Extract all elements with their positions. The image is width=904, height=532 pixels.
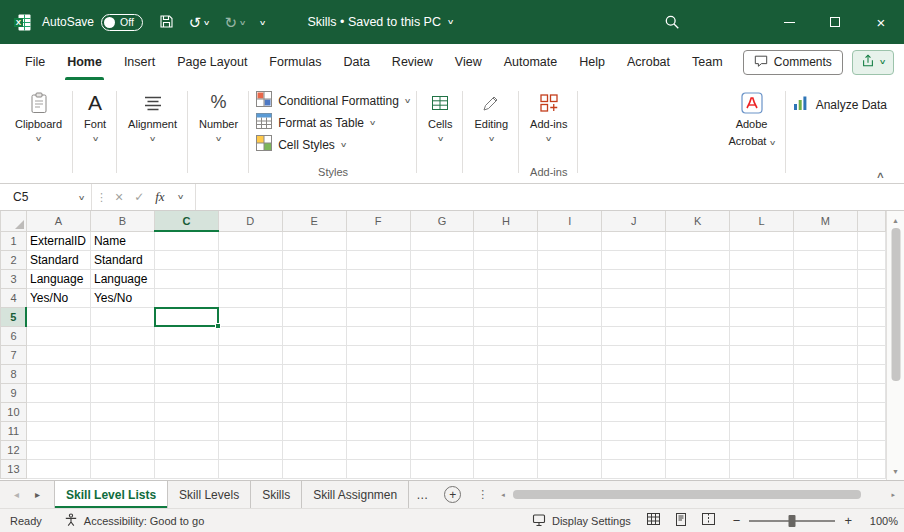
cell-E13[interactable] bbox=[282, 459, 346, 478]
zoom-slider-thumb[interactable] bbox=[789, 515, 796, 527]
cell-M2[interactable] bbox=[794, 250, 858, 269]
cell-E11[interactable] bbox=[282, 421, 346, 440]
column-header-M[interactable]: M bbox=[794, 211, 858, 231]
customize-toolbar-button[interactable]: ∨ bbox=[260, 19, 265, 26]
cell-A2[interactable]: Standard bbox=[26, 250, 90, 269]
column-header-I[interactable]: I bbox=[538, 211, 602, 231]
cell-J8[interactable] bbox=[602, 364, 666, 383]
cell-C10[interactable] bbox=[154, 402, 218, 421]
cell-H5[interactable] bbox=[474, 307, 538, 326]
cell-A12[interactable] bbox=[26, 440, 90, 459]
column-header-K[interactable]: K bbox=[666, 211, 730, 231]
ribbon-tab-help[interactable]: Help bbox=[568, 44, 616, 80]
cell-G2[interactable] bbox=[410, 250, 474, 269]
cell-D4[interactable] bbox=[218, 288, 282, 307]
cell-K11[interactable] bbox=[666, 421, 730, 440]
next-sheet-icon[interactable]: ▸ bbox=[35, 489, 40, 500]
cell-J6[interactable] bbox=[602, 326, 666, 345]
vertical-scroll-track[interactable] bbox=[887, 226, 904, 465]
cell-F11[interactable] bbox=[346, 421, 410, 440]
alignment-button[interactable]: Alignment ∨ bbox=[124, 83, 181, 143]
cell-F7[interactable] bbox=[346, 345, 410, 364]
cell-G3[interactable] bbox=[410, 269, 474, 288]
cell-I8[interactable] bbox=[538, 364, 602, 383]
analyze-data-button[interactable]: Analyze Data bbox=[793, 95, 887, 114]
formula-bar-expand-button[interactable]: ∨ bbox=[176, 193, 185, 201]
row-header-6[interactable]: 6 bbox=[1, 326, 27, 345]
addins-button[interactable]: Add-ins ∨ bbox=[526, 83, 571, 143]
cell-A3[interactable]: Language bbox=[26, 269, 90, 288]
cell-B1[interactable]: Name bbox=[90, 231, 154, 250]
column-header-E[interactable]: E bbox=[282, 211, 346, 231]
cell-M8[interactable] bbox=[794, 364, 858, 383]
cell-I4[interactable] bbox=[538, 288, 602, 307]
row-header-8[interactable]: 8 bbox=[1, 364, 27, 383]
cell-K7[interactable] bbox=[666, 345, 730, 364]
cell-E10[interactable] bbox=[282, 402, 346, 421]
cell-D3[interactable] bbox=[218, 269, 282, 288]
cell-M3[interactable] bbox=[794, 269, 858, 288]
cell-D8[interactable] bbox=[218, 364, 282, 383]
cell-H7[interactable] bbox=[474, 345, 538, 364]
cell-G6[interactable] bbox=[410, 326, 474, 345]
cell-I12[interactable] bbox=[538, 440, 602, 459]
cell-A4[interactable]: Yes/No bbox=[26, 288, 90, 307]
sheet-tab-skill-levels[interactable]: Skill Levels bbox=[168, 481, 251, 508]
excel-logo-icon[interactable]: X bbox=[13, 13, 32, 32]
cell-B9[interactable] bbox=[90, 383, 154, 402]
cell-L10[interactable] bbox=[730, 402, 794, 421]
ribbon-tab-review[interactable]: Review bbox=[381, 44, 444, 80]
cell-A7[interactable] bbox=[26, 345, 90, 364]
cell-E3[interactable] bbox=[282, 269, 346, 288]
cell-L2[interactable] bbox=[730, 250, 794, 269]
cell-F2[interactable] bbox=[346, 250, 410, 269]
ribbon-tab-acrobat[interactable]: Acrobat bbox=[616, 44, 681, 80]
column-header-C[interactable]: C bbox=[154, 211, 218, 231]
cell-K2[interactable] bbox=[666, 250, 730, 269]
cell-E6[interactable] bbox=[282, 326, 346, 345]
cell-I10[interactable] bbox=[538, 402, 602, 421]
cell-B13[interactable] bbox=[90, 459, 154, 478]
formula-input[interactable] bbox=[196, 184, 904, 210]
cell-L5[interactable] bbox=[730, 307, 794, 326]
column-header-H[interactable]: H bbox=[474, 211, 538, 231]
cell-L8[interactable] bbox=[730, 364, 794, 383]
cell-I3[interactable] bbox=[538, 269, 602, 288]
name-box-resize-handle[interactable]: ⋮ bbox=[92, 184, 111, 210]
cell-E5[interactable] bbox=[282, 307, 346, 326]
cell-B3[interactable]: Language bbox=[90, 269, 154, 288]
cell-M5[interactable] bbox=[794, 307, 858, 326]
cell-E7[interactable] bbox=[282, 345, 346, 364]
cell-M11[interactable] bbox=[794, 421, 858, 440]
cell-G5[interactable] bbox=[410, 307, 474, 326]
cell-K5[interactable] bbox=[666, 307, 730, 326]
cell-H6[interactable] bbox=[474, 326, 538, 345]
column-header-L[interactable]: L bbox=[730, 211, 794, 231]
cell-M4[interactable] bbox=[794, 288, 858, 307]
collapse-ribbon-icon[interactable]: ∧ bbox=[876, 170, 885, 180]
cell-I7[interactable] bbox=[538, 345, 602, 364]
font-button[interactable]: A Font ∨ bbox=[80, 83, 110, 143]
cell-C12[interactable] bbox=[154, 440, 218, 459]
cell-E2[interactable] bbox=[282, 250, 346, 269]
cell-B11[interactable] bbox=[90, 421, 154, 440]
ribbon-tab-automate[interactable]: Automate bbox=[493, 44, 569, 80]
ribbon-tab-insert[interactable]: Insert bbox=[113, 44, 166, 80]
cell-I11[interactable] bbox=[538, 421, 602, 440]
cell-G8[interactable] bbox=[410, 364, 474, 383]
cell-M6[interactable] bbox=[794, 326, 858, 345]
minimize-button[interactable] bbox=[766, 0, 812, 44]
undo-button[interactable]: ↺∨ bbox=[189, 15, 210, 30]
ribbon-tab-home[interactable]: Home bbox=[56, 44, 113, 80]
cell-H2[interactable] bbox=[474, 250, 538, 269]
cell-F13[interactable] bbox=[346, 459, 410, 478]
cell-J3[interactable] bbox=[602, 269, 666, 288]
cell-A5[interactable] bbox=[26, 307, 90, 326]
tab-scrollbar-splitter[interactable]: ⋮ bbox=[477, 488, 488, 501]
cell-H1[interactable] bbox=[474, 231, 538, 250]
cell-A6[interactable] bbox=[26, 326, 90, 345]
cell-M10[interactable] bbox=[794, 402, 858, 421]
cell-G1[interactable] bbox=[410, 231, 474, 250]
save-button[interactable] bbox=[159, 14, 174, 31]
cell-C11[interactable] bbox=[154, 421, 218, 440]
